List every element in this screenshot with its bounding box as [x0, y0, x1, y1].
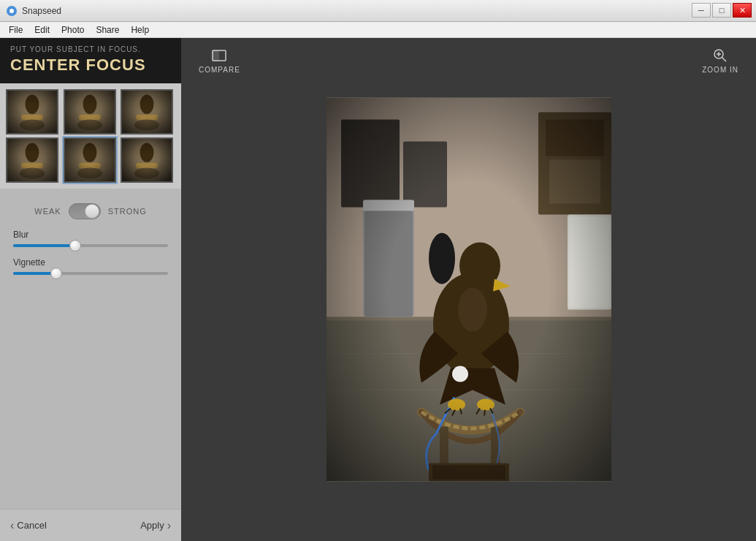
- svg-point-10: [77, 119, 102, 130]
- compare-label: COMPARE: [199, 66, 240, 74]
- menu-file[interactable]: File: [3, 23, 28, 37]
- maximize-button[interactable]: □: [712, 3, 731, 18]
- thumbnail-1[interactable]: [6, 89, 58, 135]
- bottom-nav: ‹ Cancel Apply ›: [0, 509, 181, 541]
- svg-point-8: [83, 94, 96, 113]
- panel-header: PUT YOUR SUBJECT IN FOCUS. CENTER FOCUS: [0, 38, 181, 83]
- menu-bar: File Edit Photo Share Help: [0, 22, 756, 38]
- apply-label: Apply: [140, 520, 164, 531]
- svg-rect-13: [136, 115, 158, 121]
- zoom-in-button[interactable]: ZOOM IN: [696, 44, 744, 77]
- thumbnails-grid: [0, 83, 181, 189]
- cancel-label: Cancel: [17, 520, 46, 531]
- panel-subtitle: PUT YOUR SUBJECT IN FOCUS.: [10, 45, 171, 53]
- svg-point-3: [26, 94, 39, 113]
- left-panel: PUT YOUR SUBJECT IN FOCUS. CENTER FOCUS: [0, 38, 181, 541]
- blur-thumb[interactable]: [69, 240, 81, 251]
- canvas-area: COMPARE ZOOM IN: [181, 38, 756, 541]
- thumbnail-4[interactable]: [6, 137, 58, 183]
- canvas-toolbar: COMPARE ZOOM IN: [181, 38, 756, 83]
- photo-frame: [327, 98, 611, 482]
- window-controls: ─ □ ✕: [692, 3, 752, 18]
- menu-share[interactable]: Share: [90, 23, 125, 37]
- svg-point-24: [140, 143, 154, 162]
- thumbnail-3[interactable]: [121, 89, 173, 135]
- compare-button[interactable]: COMPARE: [193, 44, 246, 77]
- cancel-button[interactable]: ‹ Cancel: [0, 513, 91, 538]
- svg-point-5: [20, 119, 45, 130]
- toggle-strong-label: STRONG: [108, 207, 147, 216]
- svg-point-12: [140, 94, 154, 113]
- eagle-image: [327, 98, 611, 482]
- close-button[interactable]: ✕: [733, 3, 752, 18]
- svg-rect-2: [7, 91, 57, 133]
- zoom-in-icon: [711, 47, 729, 64]
- blur-label: Blur: [13, 230, 168, 240]
- apply-arrow-icon: ›: [167, 519, 171, 532]
- panel-title: CENTER FOCUS: [10, 56, 171, 75]
- svg-rect-17: [21, 163, 43, 169]
- title-bar: Snapseed ─ □ ✕: [0, 0, 756, 22]
- vignette-label: Vignette: [13, 257, 168, 268]
- toggle-row: WEAK STRONG: [13, 203, 168, 219]
- svg-rect-4: [21, 115, 43, 121]
- svg-point-1: [9, 9, 14, 13]
- svg-rect-59: [327, 98, 611, 482]
- menu-help[interactable]: Help: [125, 23, 155, 37]
- apply-button[interactable]: Apply ›: [91, 513, 181, 538]
- svg-line-30: [722, 58, 727, 62]
- zoom-in-label: ZOOM IN: [702, 66, 738, 74]
- svg-point-14: [134, 119, 159, 130]
- main-container: PUT YOUR SUBJECT IN FOCUS. CENTER FOCUS: [0, 38, 756, 541]
- svg-point-20: [83, 143, 96, 162]
- cancel-arrow-icon: ‹: [10, 519, 14, 532]
- svg-point-16: [26, 143, 39, 162]
- strength-toggle[interactable]: [69, 203, 101, 219]
- svg-rect-11: [122, 91, 172, 133]
- svg-rect-28: [213, 50, 219, 61]
- svg-rect-23: [122, 139, 172, 181]
- svg-rect-21: [79, 163, 101, 169]
- svg-rect-15: [7, 139, 57, 181]
- controls-area: WEAK STRONG Blur Vignette: [0, 189, 181, 509]
- thumbnail-6[interactable]: [121, 137, 173, 183]
- vignette-thumb[interactable]: [50, 268, 62, 279]
- svg-rect-7: [65, 91, 115, 133]
- title-bar-text: Snapseed: [22, 6, 750, 16]
- thumbnail-2[interactable]: [64, 89, 116, 135]
- blur-fill: [13, 244, 75, 247]
- photo-container: [327, 98, 611, 482]
- svg-point-22: [77, 167, 102, 178]
- compare-icon: [210, 47, 228, 64]
- toggle-weak-label: WEAK: [34, 207, 61, 216]
- svg-rect-25: [136, 163, 158, 169]
- minimize-button[interactable]: ─: [692, 3, 711, 18]
- svg-rect-6: [7, 91, 57, 133]
- toggle-knob: [85, 204, 99, 219]
- focus-circle: [452, 366, 468, 382]
- app-icon: [6, 5, 18, 17]
- svg-rect-9: [79, 115, 101, 121]
- vignette-track[interactable]: [13, 272, 168, 275]
- blur-slider-group: Blur: [13, 230, 168, 247]
- svg-point-18: [20, 167, 45, 178]
- svg-point-26: [134, 167, 159, 178]
- svg-rect-19: [65, 139, 115, 181]
- thumbnail-5[interactable]: [64, 137, 116, 183]
- menu-edit[interactable]: Edit: [28, 23, 56, 37]
- blur-track[interactable]: [13, 244, 168, 247]
- menu-photo[interactable]: Photo: [56, 23, 90, 37]
- vignette-slider-group: Vignette: [13, 257, 168, 275]
